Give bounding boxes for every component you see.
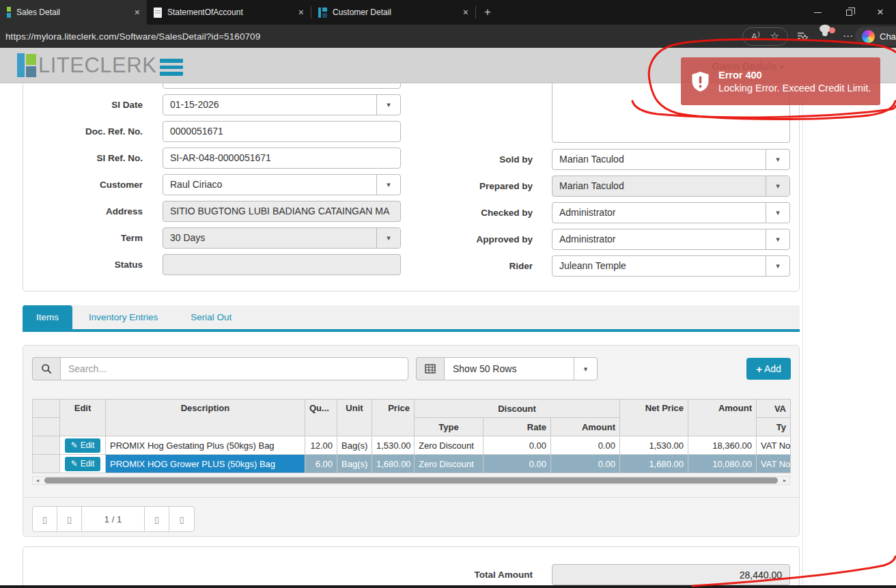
window-controls: ×: [802, 0, 896, 25]
row-handle[interactable]: [33, 436, 60, 455]
edit-cell: ✎Edit: [60, 436, 106, 455]
col-vat[interactable]: VA: [757, 400, 791, 418]
tab-inventory-entries[interactable]: Inventory Entries: [72, 305, 174, 329]
scrollbar-thumb[interactable]: [44, 477, 778, 484]
read-aloud-icon[interactable]: A): [751, 31, 759, 42]
minimize-button[interactable]: [802, 0, 833, 25]
new-tab-button[interactable]: +: [476, 0, 499, 25]
col-price[interactable]: Price: [372, 400, 415, 436]
browser-tab-statement[interactable]: StatementOfAccount ×: [147, 0, 311, 25]
browser-menu-icon[interactable]: ⋯: [843, 30, 854, 42]
col-discount-rate[interactable]: Rate: [484, 418, 551, 436]
profile-avatar[interactable]: [817, 28, 834, 44]
next-page-button[interactable]: ▯: [145, 507, 169, 531]
col-vat-type[interactable]: Ty: [757, 418, 791, 436]
liteclerk-favicon: [318, 8, 327, 18]
edit-button[interactable]: ✎Edit: [65, 438, 101, 453]
rider-field[interactable]: Juleann Temple ▾: [552, 255, 790, 277]
qty-cell: 12.00: [305, 436, 337, 455]
tab-serial-out[interactable]: Serial Out: [174, 305, 248, 329]
doc-ref-field[interactable]: 0000051671: [163, 121, 401, 142]
row-handle-header: [33, 418, 60, 436]
row-handle[interactable]: [33, 455, 60, 473]
favorite-star-icon[interactable]: ☆: [770, 30, 779, 42]
amount-cell: 10,080.00: [688, 455, 757, 473]
tab-close-icon[interactable]: ×: [463, 8, 468, 17]
discount-type-cell: Zero Discount: [415, 436, 484, 455]
items-table: Edit Description Qu... Unit Price Discou…: [32, 399, 791, 473]
add-button[interactable]: +Add: [746, 358, 791, 380]
col-unit[interactable]: Unit: [337, 400, 372, 436]
prev-page-button[interactable]: ▯: [57, 507, 82, 531]
table-row-selected[interactable]: ✎Edit PROMIX HOG Grower PLUS (50kgs) Bag…: [33, 455, 791, 473]
discount-amount-cell: 0.00: [551, 436, 620, 455]
tab-close-icon[interactable]: ×: [298, 8, 304, 17]
restore-button[interactable]: [833, 0, 865, 25]
col-net-price[interactable]: Net Price: [620, 400, 688, 436]
search-input[interactable]: [60, 357, 408, 380]
error-toast[interactable]: Error 400 Locking Error. Exceed Credit L…: [681, 57, 880, 105]
chevron-down-icon[interactable]: ▾: [574, 358, 597, 380]
chevron-down-icon[interactable]: ▾: [376, 95, 400, 115]
horizontal-scrollbar[interactable]: ◂ ▸: [32, 476, 790, 485]
chevron-down-icon[interactable]: ▾: [766, 256, 789, 276]
approved-by-field[interactable]: Administrator ▾: [552, 229, 790, 250]
address-input[interactable]: https://mylora.liteclerk.com/Software/Sa…: [0, 31, 260, 42]
col-amount[interactable]: Amount: [688, 400, 757, 436]
si-ref-field[interactable]: SI-AR-048-0000051671: [163, 148, 401, 169]
shield-alert-icon: [691, 71, 710, 92]
browser-tab-customer-detail[interactable]: Customer Detail ×: [311, 0, 475, 25]
term-label: Term: [33, 227, 143, 249]
search-group: [32, 357, 408, 380]
chevron-down-icon[interactable]: ▾: [376, 175, 400, 195]
table-row[interactable]: ✎Edit PROMIX Hog Gestating Plus (50kgs) …: [33, 436, 791, 455]
col-discount-amount[interactable]: Amount: [551, 418, 620, 436]
checked-by-label: Checked by: [406, 202, 533, 223]
close-button[interactable]: ×: [865, 0, 896, 25]
tab-items[interactable]: Items: [23, 305, 72, 329]
address-label: Address: [33, 201, 143, 222]
col-edit: Edit: [60, 400, 106, 436]
page-indicator: 1 / 1: [82, 507, 145, 531]
customer-label: Customer: [33, 174, 143, 195]
liteclerk-logo: LITECLERK: [17, 53, 156, 77]
col-discount-type[interactable]: Type: [415, 418, 484, 436]
scroll-left-icon[interactable]: ◂: [33, 477, 42, 484]
tab-close-icon[interactable]: ×: [135, 8, 140, 17]
last-page-button[interactable]: ▯: [169, 507, 194, 531]
first-page-button[interactable]: ▯: [33, 507, 57, 531]
browser-urlbar: https://mylora.liteclerk.com/Software/Sa…: [0, 25, 896, 48]
qty-cell: 6.00: [305, 455, 337, 473]
description-cell: PROMIX HOG Grower PLUS (50kgs) Bag: [106, 455, 305, 473]
col-description[interactable]: Description: [106, 400, 305, 436]
col-discount-group: Discount: [415, 400, 620, 418]
sold-by-label: Sold by: [406, 149, 533, 170]
menu-hamburger-icon[interactable]: [160, 59, 183, 76]
edit-button[interactable]: ✎Edit: [65, 457, 101, 471]
checked-by-field[interactable]: Administrator ▾: [552, 202, 790, 223]
scroll-right-icon[interactable]: ▸: [780, 477, 789, 484]
col-qty[interactable]: Qu...: [305, 400, 337, 436]
browser-tab-sales-detail[interactable]: Sales Detail ×: [0, 0, 147, 25]
favorites-hub-icon[interactable]: [797, 31, 809, 42]
brand-name: LITECLERK: [38, 54, 156, 77]
si-date-field[interactable]: 01-15-2026 ▾: [163, 94, 401, 115]
discount-rate-cell: 0.00: [484, 455, 551, 473]
grid-icon: [416, 357, 444, 380]
chevron-down-icon[interactable]: ▾: [766, 229, 789, 249]
status-label: Status: [33, 254, 143, 275]
vat-cell: VAT No: [757, 436, 791, 455]
rows-selector[interactable]: Show 50 Rows ▾: [444, 357, 598, 380]
sold-by-field[interactable]: Marian Taculod ▾: [552, 149, 790, 170]
liteclerk-logo-icon: [17, 53, 37, 77]
discount-rate-cell: 0.00: [484, 436, 551, 455]
chevron-down-icon[interactable]: ▾: [766, 203, 789, 223]
chevron-down-icon[interactable]: ▾: [766, 150, 789, 169]
copilot-button[interactable]: Cha: [855, 27, 896, 46]
liteclerk-favicon-sliver: [7, 7, 11, 18]
total-card: Total Amount 28,440.00: [23, 546, 800, 588]
total-amount-field: 28,440.00: [552, 564, 790, 585]
net-price-cell: 1,530.00: [620, 436, 688, 455]
customer-field[interactable]: Raul Ciriaco ▾: [163, 174, 401, 195]
restore-icon: [846, 10, 852, 16]
